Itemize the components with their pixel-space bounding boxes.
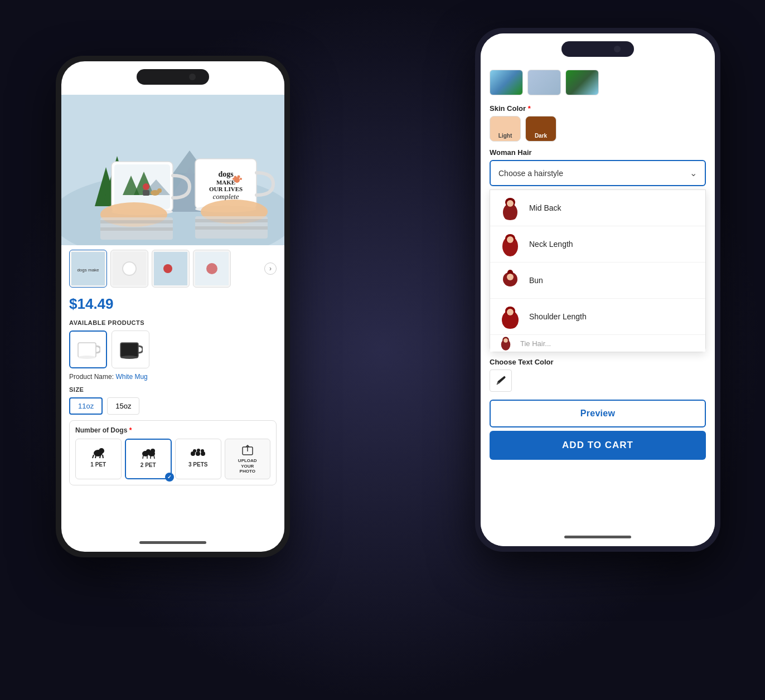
svg-point-56 [151, 449, 155, 453]
svg-point-64 [197, 449, 200, 452]
products-row [61, 328, 284, 371]
thumbnail-3[interactable] [152, 250, 190, 288]
skin-required: * [528, 104, 531, 113]
hair-option-mid-back[interactable]: Mid Back [490, 190, 705, 226]
product-image: dogs MAKE OUR LIVES complete [61, 95, 284, 245]
dog-option-1-label: 1 PET [90, 461, 106, 468]
svg-point-63 [196, 451, 200, 456]
color-picker-button[interactable] [490, 370, 512, 392]
svg-line-52 [103, 455, 103, 458]
svg-point-77 [507, 274, 514, 280]
thumbnail-1[interactable]: dogs make [69, 250, 107, 288]
size-15oz[interactable]: 15oz [107, 397, 139, 415]
svg-point-48 [99, 448, 104, 454]
svg-point-80 [507, 309, 514, 315]
hair-option-tie-hair[interactable]: Tie Hair... [490, 335, 705, 352]
svg-rect-45 [120, 343, 138, 357]
svg-text:dogs make: dogs make [77, 268, 99, 273]
hair-name-tie-hair: Tie Hair... [520, 339, 551, 348]
hair-icon-shoulder-length [498, 304, 522, 329]
preview-button[interactable]: Preview [490, 400, 706, 427]
hair-option-neck-length[interactable]: Neck Length [490, 226, 705, 262]
bg-thumb-plain[interactable] [527, 70, 561, 95]
dog-option-1[interactable]: 1 PET [75, 439, 122, 479]
hairstyle-dropdown-panel: Mid Back Neck Length [490, 189, 706, 352]
svg-point-74 [507, 236, 514, 243]
phone-right: Skin Color * Light Dark Woman Hair Choos… [475, 28, 720, 552]
svg-point-46 [120, 356, 138, 359]
size-11oz[interactable]: 11oz [69, 397, 103, 415]
hair-name-mid-back: Mid Back [529, 203, 561, 212]
svg-rect-34 [195, 226, 268, 230]
hair-icon-bun [498, 268, 522, 293]
skin-color-section: Skin Color * Light Dark [481, 101, 715, 145]
dog-option-2[interactable]: 2 PET ✓ [125, 439, 172, 479]
dogs-section-label: Number of Dogs * [75, 426, 270, 434]
svg-line-50 [95, 455, 96, 458]
svg-rect-33 [195, 219, 268, 222]
svg-text:complete: complete [213, 192, 239, 201]
hair-option-bun[interactable]: Bun [490, 262, 705, 299]
hair-icon-tie-hair [498, 336, 514, 351]
skin-light[interactable]: Light [490, 116, 521, 142]
svg-point-66 [201, 449, 204, 453]
selected-check: ✓ [165, 473, 174, 482]
size-label: SIZE [61, 383, 284, 395]
hair-icon-mid-back [498, 196, 522, 220]
thumbnail-2[interactable] [110, 250, 148, 288]
svg-point-42 [206, 263, 217, 274]
svg-rect-30 [100, 220, 173, 223]
number-of-dogs-section: Number of Dogs * 1 [69, 420, 277, 485]
thumbnails-next-button[interactable]: › [264, 262, 277, 275]
hair-name-shoulder-length: Shoulder Length [529, 312, 587, 321]
thumbnail-4[interactable] [193, 250, 231, 288]
svg-point-23 [238, 176, 240, 178]
price-section: $14.49 [61, 292, 284, 316]
dog-option-2-label: 2 PET [141, 462, 156, 468]
choose-text-color-label: Choose Text Color [490, 358, 706, 366]
svg-point-71 [507, 200, 514, 207]
choose-text-color-section: Choose Text Color [481, 354, 715, 395]
svg-line-60 [154, 455, 154, 459]
woman-hair-label: Woman Hair [490, 148, 706, 157]
product-black-mug[interactable] [112, 330, 149, 368]
svg-point-38 [123, 262, 136, 275]
add-to-cart-button[interactable]: ADD TO CART [490, 431, 706, 460]
product-name-prefix: Product Name: [69, 373, 114, 381]
product-name-link[interactable]: White Mug [115, 373, 147, 381]
product-white-mug[interactable] [69, 330, 107, 368]
size-options: 11oz 15oz [61, 395, 284, 417]
hair-icon-neck-length [498, 232, 522, 256]
upload-photo-option[interactable]: UPLOADYOURPHOTO [225, 439, 271, 479]
dog-option-3[interactable]: 3 PETS [175, 439, 221, 479]
skin-color-label: Skin Color * [490, 104, 706, 113]
notch-right [561, 41, 634, 57]
svg-rect-31 [100, 227, 173, 231]
svg-text:OUR LIVES: OUR LIVES [209, 186, 243, 192]
dogs-options: 1 PET [75, 439, 270, 479]
svg-text:MAKE: MAKE [216, 179, 235, 186]
chevron-down-icon: ⌄ [690, 168, 697, 178]
svg-point-44 [78, 356, 96, 359]
product-name-row: Product Name: White Mug [61, 371, 284, 383]
svg-line-51 [100, 455, 100, 458]
svg-text:dogs: dogs [218, 170, 234, 178]
home-bar-left [139, 541, 206, 544]
background-thumbnails [481, 64, 715, 101]
woman-hair-section: Woman Hair Choose a hairstyle ⌄ [481, 145, 715, 189]
svg-rect-43 [78, 343, 96, 357]
dog-option-3-label: 3 PETS [188, 461, 207, 468]
product-thumbnails: dogs make [61, 245, 284, 292]
svg-point-40 [163, 264, 172, 273]
svg-point-12 [143, 183, 149, 190]
hair-name-neck-length: Neck Length [529, 240, 573, 249]
svg-point-62 [193, 449, 196, 453]
svg-point-83 [503, 338, 508, 343]
hair-option-shoulder-length[interactable]: Shoulder Length [490, 299, 705, 335]
bg-thumb-nature[interactable] [565, 70, 599, 95]
hair-name-bun: Bun [529, 276, 543, 285]
upload-photo-label: UPLOADYOURPHOTO [238, 458, 257, 474]
skin-dark[interactable]: Dark [525, 116, 556, 142]
hairstyle-dropdown[interactable]: Choose a hairstyle ⌄ [490, 160, 706, 186]
bg-thumb-forest[interactable] [490, 70, 523, 95]
